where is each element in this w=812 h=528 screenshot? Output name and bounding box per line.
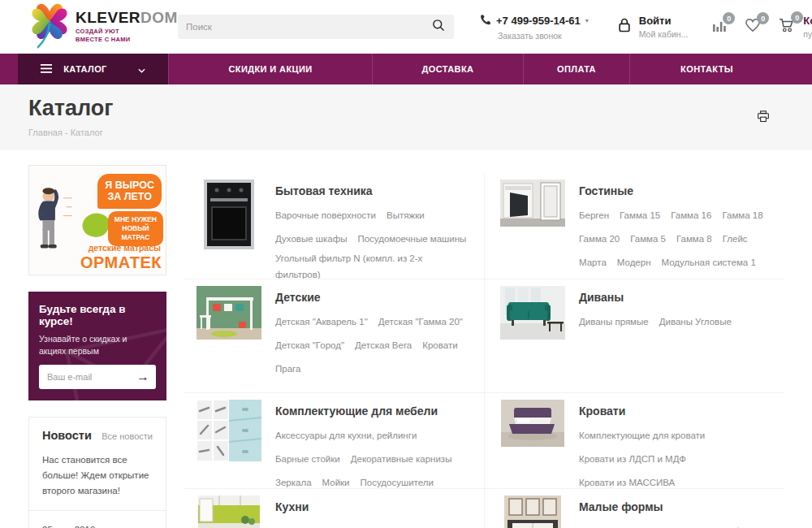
- banner-brand-label: ОРМАТЕК: [80, 253, 162, 272]
- ormatek-banner[interactable]: Я ВЫРОСЗА ЛЕТО МНЕ НУЖЕННОВЫЙМАТРАС детс…: [28, 165, 166, 275]
- category-link[interactable]: Гамма 8: [676, 231, 712, 248]
- site-logo[interactable]: KLEVERDOM СОЗДАЙ УЮТ ВМЕСТЕ С НАМИ: [28, 1, 165, 53]
- news-item[interactable]: Нас становится все больше! Ждем открытие…: [42, 452, 153, 499]
- category-image-kitchen[interactable]: [196, 496, 262, 528]
- category-link[interactable]: Комоды и тумбы: [674, 523, 746, 528]
- nav-item-delivery[interactable]: ДОСТАВКА: [372, 54, 523, 84]
- chevron-down-icon: [138, 62, 145, 76]
- category-link[interactable]: Детская Вега: [355, 337, 412, 354]
- nav-item-payment[interactable]: ОПЛАТА: [523, 54, 629, 84]
- category-link[interactable]: Гамма 18: [722, 207, 762, 224]
- category-link[interactable]: Мойки: [322, 474, 350, 488]
- category-link[interactable]: Аксессуары для кухни, рейлинги: [275, 427, 417, 444]
- category-image-bed[interactable]: [499, 400, 566, 482]
- cart-count-badge: 0: [791, 11, 803, 24]
- cart-label-block[interactable]: Корзина пуста: [803, 15, 812, 39]
- category-image-sofa[interactable]: [499, 286, 566, 386]
- category-title[interactable]: Диваны: [579, 291, 779, 304]
- category-links: БергенГамма 15Гамма 16Гамма 18Гамма 20Га…: [579, 203, 779, 279]
- category-link[interactable]: Глейс: [723, 231, 748, 248]
- category-link[interactable]: Кровати из МАССИВА: [579, 474, 675, 488]
- category-link[interactable]: Посудосушители: [361, 474, 434, 488]
- cart-status: пуста: [803, 29, 812, 39]
- category-link[interactable]: Гамма 15: [620, 207, 660, 224]
- category-image-hardware[interactable]: [196, 400, 262, 482]
- category-link[interactable]: Кухни ЛДСП: [275, 523, 329, 528]
- banner-bubble-grown: Я ВЫРОСЗА ЛЕТО: [97, 174, 162, 209]
- chevron-down-icon[interactable]: ▾: [585, 17, 589, 24]
- category-image-sideboard[interactable]: [499, 496, 566, 528]
- category-link[interactable]: Берген: [579, 207, 609, 224]
- news-title: Новости: [42, 429, 92, 442]
- all-news-link[interactable]: Все новости: [102, 431, 153, 441]
- category-link[interactable]: Детская "Город": [275, 337, 344, 354]
- category-link[interactable]: Варочные поверхности: [275, 207, 376, 224]
- category-title[interactable]: Бытовая техника: [275, 184, 479, 197]
- category-link[interactable]: Кровати из ЛДСП и МДФ: [579, 451, 686, 468]
- callback-link[interactable]: Заказать звонок: [498, 31, 589, 41]
- cart-button[interactable]: 0: [779, 17, 795, 37]
- search-icon[interactable]: [431, 18, 446, 36]
- category-card-livingrooms: Гостиные БергенГамма 15Гамма 16Гамма 18Г…: [484, 173, 784, 279]
- nav-item-discounts[interactable]: СКИДКИ И АКЦИИ: [168, 54, 372, 84]
- search-input[interactable]: [186, 22, 431, 32]
- category-image-kidsroom[interactable]: [196, 286, 262, 386]
- cart-title[interactable]: Корзина: [803, 15, 812, 27]
- login-link[interactable]: Войти: [639, 15, 689, 27]
- category-link[interactable]: Детская "Гамма 20": [378, 314, 463, 331]
- category-link[interactable]: Модульная система 1: [662, 254, 756, 271]
- nav-item-catalog[interactable]: КАТАЛОГ: [18, 54, 168, 84]
- phone-block: +7 499-959-14-61 ▾ Заказать звонок: [480, 14, 589, 41]
- site-header: KLEVERDOM СОЗДАЙ УЮТ ВМЕСТЕ С НАМИ +7 49…: [0, 0, 812, 54]
- nav-item-contacts[interactable]: КОНТАКТЫ: [629, 54, 784, 84]
- subscribe-title: Будьте всегда в курсе!: [39, 303, 156, 327]
- breadcrumb-home[interactable]: Главная: [28, 128, 63, 137]
- subscribe-submit-button[interactable]: →: [130, 365, 156, 389]
- subscribe-block: Будьте всегда в курсе! Узнавайте о скидк…: [28, 292, 166, 400]
- category-title[interactable]: Кухни: [275, 500, 479, 513]
- category-link[interactable]: Детская "Акварель 1": [275, 314, 368, 331]
- category-link[interactable]: Духовые шкафы: [275, 231, 347, 248]
- category-link[interactable]: Гамма 5: [630, 231, 666, 248]
- email-field[interactable]: [39, 372, 130, 382]
- category-title[interactable]: Малые формы: [579, 500, 779, 513]
- category-link[interactable]: Кухни МДФ: [339, 523, 388, 528]
- category-link[interactable]: Модерн: [617, 254, 651, 271]
- category-link[interactable]: Угольный фильтр N (компл. из 2-х фильтро…: [275, 250, 469, 279]
- category-links: Диваны прямыеДиваны Угловые: [579, 309, 779, 333]
- category-title[interactable]: Кровати: [579, 405, 779, 418]
- category-card-sofas: Диваны Диваны прямыеДиваны Угловые: [484, 279, 784, 392]
- category-image-oven[interactable]: [196, 180, 262, 272]
- print-icon[interactable]: [757, 110, 770, 126]
- category-links: Детская "Акварель 1"Детская "Гамма 20"Де…: [275, 309, 479, 379]
- category-link[interactable]: Журнальные столы: [579, 523, 663, 528]
- category-link[interactable]: Диваны Угловые: [659, 314, 732, 331]
- cabinet-link[interactable]: Мой кабин...: [639, 29, 689, 39]
- compare-button[interactable]: 0: [712, 18, 727, 36]
- category-link[interactable]: Диваны прямые: [579, 314, 649, 331]
- phone-number[interactable]: +7 499-959-14-61: [496, 15, 581, 27]
- category-title[interactable]: Гостиные: [579, 184, 779, 197]
- category-link[interactable]: Марта: [579, 254, 607, 271]
- category-title[interactable]: Детские: [275, 291, 479, 304]
- category-link[interactable]: Комплектующие для кровати: [579, 427, 705, 444]
- category-links: Кухни ЛДСПКухни МДФКухни с фотопечатью: [275, 519, 479, 528]
- category-link[interactable]: Барные стойки: [275, 451, 340, 468]
- login-block[interactable]: Войти Мой кабин...: [616, 15, 689, 39]
- category-links: Журнальные столыКомоды и тумбы: [579, 519, 779, 528]
- category-link[interactable]: Посудомоечные машины: [357, 231, 466, 248]
- favorites-button[interactable]: 0: [745, 18, 761, 36]
- category-title[interactable]: Комплектующие для мебели: [275, 405, 479, 418]
- news-item[interactable]: 25 мая 2019 года состоится открытие втор…: [42, 522, 153, 528]
- category-link[interactable]: Кровати: [422, 337, 457, 354]
- favorites-count-badge: 0: [757, 12, 769, 24]
- page-title: Каталог: [28, 96, 784, 121]
- category-link[interactable]: Гамма 20: [579, 231, 620, 248]
- category-link[interactable]: Зеркала: [275, 474, 312, 488]
- category-link[interactable]: Декоративные карнизы: [351, 451, 452, 468]
- category-image-livingroom[interactable]: [499, 180, 566, 272]
- category-link[interactable]: Вытяжки: [387, 207, 425, 224]
- category-link[interactable]: Гамма 16: [671, 207, 711, 224]
- hamburger-icon: [41, 62, 52, 76]
- category-link[interactable]: Прага: [275, 361, 300, 378]
